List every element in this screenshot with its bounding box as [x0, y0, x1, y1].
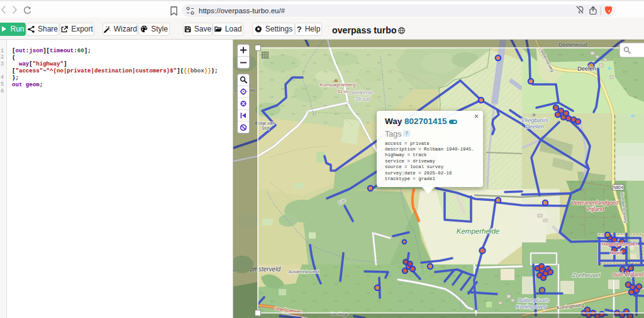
svg-text:Noord: Noord [609, 251, 621, 255]
svg-text:✈: ✈ [531, 112, 536, 118]
svg-text:Zonheuvel: Zonheuvel [572, 271, 601, 278]
svg-text:Kompagnieberg: Kompagnieberg [320, 82, 355, 88]
svg-text:N804: N804 [613, 185, 623, 190]
svg-text:Aolderinksveld: Aolderinksveld [289, 269, 319, 275]
svg-text:Koningsweg: Koningsweg [516, 304, 547, 310]
svg-text:Stof: Stof [262, 126, 270, 130]
svg-text:Veteranenlandgoed: Veteranenlandgoed [572, 200, 619, 206]
svg-text:Deelense: Deelense [349, 89, 373, 96]
svg-text:51 m: 51 m [338, 89, 348, 94]
svg-text:Kemperheide: Kemperheide [457, 227, 499, 235]
svg-text:Buitenplaats: Buitenplaats [518, 297, 549, 304]
svg-text:Magazijncomplex: Magazijncomplex [601, 241, 638, 247]
svg-text:Deelen: Deelen [525, 123, 544, 130]
svg-text:Straal: Straal [355, 96, 370, 102]
svg-text:Deelen: Deelen [577, 65, 596, 72]
svg-text:Vrijland: Vrijland [586, 206, 604, 212]
svg-text:Oud-Vrijland: Oud-Vrijland [612, 271, 644, 278]
